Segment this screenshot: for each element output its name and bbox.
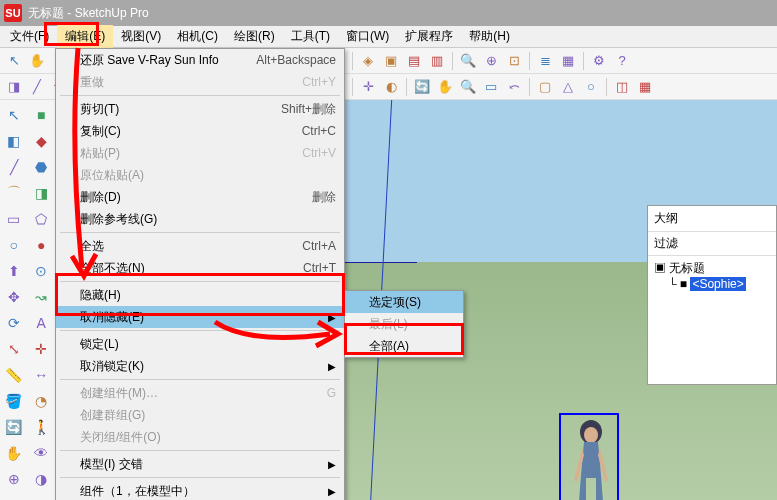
hand-icon[interactable]: ✋ — [27, 51, 47, 71]
menuitem-K[interactable]: 取消锁定(K)▶ — [56, 355, 344, 377]
top-icon[interactable]: ▣ — [381, 51, 401, 71]
protract-icon[interactable]: ◔ — [29, 389, 53, 413]
outliner-filter-label: 过滤 — [648, 232, 776, 256]
submenuitem-L: 最后(L) — [345, 313, 463, 335]
outliner-root[interactable]: ▣ 无标题 — [654, 260, 770, 277]
outliner-panel[interactable]: 大纲 过滤 ▣ 无标题 └ ■ <Sophie> — [647, 205, 777, 385]
poly-icon[interactable]: ⬠ — [29, 207, 53, 231]
cursor-icon[interactable]: ↖ — [4, 51, 24, 71]
axes-icon[interactable]: ✛ — [358, 77, 378, 97]
menu-文件[interactable]: 文件(F) — [2, 25, 57, 48]
push-icon[interactable]: ⬆ — [2, 259, 26, 283]
menuitem-A: 原位粘贴(A) — [56, 164, 344, 186]
offset-icon[interactable]: ⊙ — [29, 259, 53, 283]
menu-视图[interactable]: 视图(V) — [113, 25, 169, 48]
edit-menu-dropdown: 还原 Save V-Ray Sun InfoAlt+Backspace重做Ctr… — [55, 48, 345, 500]
prev-icon[interactable]: ⤺ — [504, 77, 524, 97]
outliner-item[interactable]: └ ■ <Sophie> — [654, 277, 770, 291]
text-icon[interactable]: A — [29, 311, 53, 335]
comp-icon[interactable]: ◨ — [4, 77, 24, 97]
menu-相机[interactable]: 相机(C) — [169, 25, 226, 48]
menuitem-G[interactable]: 删除参考线(G) — [56, 208, 344, 230]
titlebar: SU 无标题 - SketchUp Pro — [0, 0, 777, 26]
menu-编辑[interactable]: 编辑(E) — [57, 25, 113, 48]
help-icon[interactable]: ? — [612, 51, 632, 71]
unhide-submenu: 选定项(S)最后(L)全部(A) — [344, 290, 464, 358]
submenuitem-S[interactable]: 选定项(S) — [345, 291, 463, 313]
menu-帮助[interactable]: 帮助(H) — [461, 25, 518, 48]
front-icon[interactable]: ▤ — [404, 51, 424, 71]
eraser-icon[interactable]: ◧ — [2, 129, 26, 153]
orbit-icon[interactable]: 🔄 — [412, 77, 432, 97]
box-icon[interactable]: ▢ — [535, 77, 555, 97]
app-icon: SU — [4, 4, 22, 22]
arc-icon[interactable]: ⌒ — [2, 181, 26, 205]
menuitem-1[interactable]: 组件（1，在模型中）▶ — [56, 480, 344, 500]
submenuitem-A[interactable]: 全部(A) — [345, 335, 463, 357]
side-toolbars: ↖◧╱⌒▭○⬆✥⟳⤡📏🪣🔄✋⊕ ■◆⬣◨⬠●⊙↝A✛↔◔🚶👁◑ — [0, 100, 56, 500]
menu-窗口[interactable]: 窗口(W) — [338, 25, 397, 48]
paint-icon[interactable]: 🪣 — [2, 389, 26, 413]
materials-icon[interactable]: ▦ — [558, 51, 578, 71]
menuitem-D[interactable]: 删除(D)删除 — [56, 186, 344, 208]
cursor-icon[interactable]: ↖ — [2, 103, 26, 127]
menu-扩展程序[interactable]: 扩展程序 — [397, 25, 461, 48]
sec-icon[interactable]: ◐ — [381, 77, 401, 97]
svg-point-1 — [584, 427, 598, 443]
shape-icon[interactable]: ◆ — [29, 129, 53, 153]
gear-icon[interactable]: ⚙ — [589, 51, 609, 71]
dim2-icon[interactable]: ↔ — [29, 363, 53, 387]
line-icon[interactable]: ╱ — [2, 155, 26, 179]
pan-icon[interactable]: ✋ — [435, 77, 455, 97]
menuitem-E[interactable]: 取消隐藏(E)▶ — [56, 306, 344, 328]
figure-sophie[interactable] — [566, 420, 616, 500]
faces-icon[interactable]: ◫ — [612, 77, 632, 97]
rotate-icon[interactable]: ⟳ — [2, 311, 26, 335]
scale-icon[interactable]: ⤡ — [2, 337, 26, 361]
menuitem-T[interactable]: 剪切(T)Shift+删除 — [56, 98, 344, 120]
outliner-tree[interactable]: ▣ 无标题 └ ■ <Sophie> — [648, 256, 776, 295]
iso-icon[interactable]: ◈ — [358, 51, 378, 71]
menu-绘图[interactable]: 绘图(R) — [226, 25, 283, 48]
walk-icon[interactable]: 🚶 — [29, 415, 53, 439]
layers-icon[interactable]: ≣ — [535, 51, 555, 71]
axis2-icon[interactable]: ✛ — [29, 337, 53, 361]
menuitem-G: 创建群组(G) — [56, 404, 344, 426]
window-icon[interactable]: ▭ — [481, 77, 501, 97]
sphere-icon[interactable]: ○ — [581, 77, 601, 97]
menuitem-[interactable]: 全选Ctrl+A — [56, 235, 344, 257]
menu-工具[interactable]: 工具(T) — [283, 25, 338, 48]
rect-icon[interactable]: ▭ — [2, 207, 26, 231]
follow2-icon[interactable]: ↝ — [29, 285, 53, 309]
menuitem-M: 创建组件(M)…G — [56, 382, 344, 404]
line-icon[interactable]: ╱ — [27, 77, 47, 97]
shape2-icon[interactable]: ⬣ — [29, 155, 53, 179]
search-icon[interactable]: 🔍 — [458, 51, 478, 71]
menuitem-C[interactable]: 复制(C)Ctrl+C — [56, 120, 344, 142]
sq-icon[interactable]: ■ — [29, 103, 53, 127]
orbit-icon[interactable]: 🔄 — [2, 415, 26, 439]
menubar: 文件(F)编辑(E)视图(V)相机(C)绘图(R)工具(T)窗口(W)扩展程序帮… — [0, 26, 777, 48]
menuitem-N[interactable]: 全部不选(N)Ctrl+T — [56, 257, 344, 279]
circle-icon[interactable]: ○ — [2, 233, 26, 257]
zoom2-icon[interactable]: 🔍 — [458, 77, 478, 97]
cone-icon[interactable]: △ — [558, 77, 578, 97]
zoom-icon[interactable]: ⊕ — [481, 51, 501, 71]
zoom-ext-icon[interactable]: ⊡ — [504, 51, 524, 71]
tape-icon[interactable]: 📏 — [2, 363, 26, 387]
menuitem-H[interactable]: 隐藏(H) — [56, 284, 344, 306]
edges-icon[interactable]: ▦ — [635, 77, 655, 97]
outliner-title: 大纲 — [648, 206, 776, 232]
look-icon[interactable]: 👁 — [29, 441, 53, 465]
circ2-icon[interactable]: ● — [29, 233, 53, 257]
menuitem-I[interactable]: 模型(I) 交错▶ — [56, 453, 344, 475]
right-icon[interactable]: ▥ — [427, 51, 447, 71]
sect-icon[interactable]: ◑ — [29, 467, 53, 491]
side-col-right: ■◆⬣◨⬠●⊙↝A✛↔◔🚶👁◑ — [28, 100, 56, 500]
pan-icon[interactable]: ✋ — [2, 441, 26, 465]
zoom-icon[interactable]: ⊕ — [2, 467, 26, 491]
move-icon[interactable]: ✥ — [2, 285, 26, 309]
eraser2-icon[interactable]: ◨ — [29, 181, 53, 205]
menuitem-SaveVRaySunInfo[interactable]: 还原 Save V-Ray Sun InfoAlt+Backspace — [56, 49, 344, 71]
menuitem-L[interactable]: 锁定(L) — [56, 333, 344, 355]
